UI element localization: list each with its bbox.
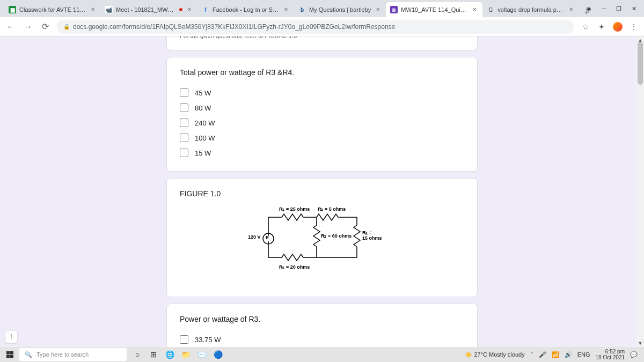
forward-button[interactable]: → (23, 21, 33, 32)
figure-title: FIGURE 1.0 (180, 189, 464, 198)
browser-tab[interactable]: b My Questions | bartleby × (294, 2, 386, 17)
edge-icon[interactable]: 🌐 (163, 348, 176, 361)
question-hint: For the given questions, refer to FIGURE… (180, 36, 464, 39)
language-indicator[interactable]: ENG (577, 351, 590, 358)
lock-icon: 🔒 (63, 24, 70, 29)
screencast-icon[interactable]: ◉ (585, 5, 592, 12)
tab-title: voltage drop formula parallel cir (497, 6, 564, 13)
tab-title: MW10_AVTE 114_Quiz No. 2-1_S (401, 6, 467, 13)
checkbox-option[interactable]: 80 W (180, 100, 464, 115)
circuit-diagram: 120 V E R₁ = 25 ohms R₃ = 5 ohms R₂ = 60… (252, 206, 392, 282)
maximize-icon[interactable]: ❐ (615, 5, 623, 12)
url-input[interactable]: 🔒 docs.google.com/forms/d/e/1FAIpQLSeM35… (57, 20, 574, 34)
classroom-icon: ▦ (9, 6, 16, 13)
r3-label: R₃ = 5 ohms (318, 206, 346, 212)
reload-button[interactable]: ⟳ (40, 21, 50, 32)
windows-taskbar: 🔍 Type here to search ○ ⊞ 🌐 📁 ✉️ 🔵 ☀️ 27… (0, 347, 644, 362)
windows-logo-icon (6, 351, 13, 358)
tab-title: My Questions | bartleby (309, 6, 371, 13)
question-card: Total power or wattage of R3 &R4. 45 W 8… (166, 57, 478, 172)
notifications-icon[interactable]: 💬 (630, 351, 638, 358)
close-icon[interactable]: × (282, 6, 290, 13)
r2-label: R₂ = 60 ohms (321, 233, 352, 239)
checkbox-option[interactable]: 240 W (180, 115, 464, 130)
browser-tab[interactable]: f Facebook - Log In or Sign Up × (197, 2, 294, 17)
menu-icon[interactable]: ⋮ (629, 22, 639, 32)
checkbox-option[interactable]: 33.75 W (180, 332, 464, 347)
mail-icon[interactable]: ✉️ (195, 348, 208, 361)
checkbox-input[interactable] (180, 88, 188, 97)
meet-icon: 📹 (105, 6, 113, 13)
tab-title: Facebook - Log In or Sign Up (213, 6, 279, 13)
checkbox-option[interactable]: 100 W (180, 130, 464, 145)
google-icon: G (487, 6, 494, 13)
tab-title: Classwork for AVTE 114 - 4C (SY (19, 6, 86, 13)
browser-tab-strip: ▦ Classwork for AVTE 114 - 4C (SY × 📹 Me… (0, 0, 644, 17)
browser-tab-active[interactable]: ▦ MW10_AVTE 114_Quiz No. 2-1_S × (386, 2, 482, 17)
minimize-icon[interactable]: ─ (600, 5, 608, 12)
close-icon[interactable]: × (567, 6, 575, 13)
taskbar-search-input[interactable]: 🔍 Type here to search (19, 348, 127, 361)
r5-label: R₅ = 20 ohms (279, 264, 310, 270)
close-icon[interactable]: × (186, 6, 193, 13)
figure-card: FIGURE 1.0 (166, 178, 478, 297)
address-bar: ← → ⟳ 🔒 docs.google.com/forms/d/e/1FAIpQ… (0, 17, 644, 36)
question-title: Total power or wattage of R3 &R4. (180, 68, 464, 77)
bartleby-icon: b (298, 6, 306, 13)
checkbox-option[interactable]: 15 W (180, 145, 464, 160)
chrome-icon[interactable]: 🔵 (211, 348, 224, 361)
vertical-scrollbar[interactable]: ▲ ▼ (636, 36, 644, 347)
r4-label-b: 15 ohms (362, 235, 382, 241)
weather-widget[interactable]: ☀️ 27°C Mostly cloudy (465, 351, 524, 358)
search-placeholder: Type here to search (36, 351, 89, 358)
microphone-icon[interactable]: 🎤 (539, 351, 546, 358)
scroll-thumb[interactable] (638, 42, 643, 85)
question-title: Power or wattage of R3. (180, 315, 464, 323)
r4-label-a: R₄ = (362, 230, 372, 235)
page-viewport: For the given questions, refer to FIGURE… (0, 36, 644, 347)
close-window-icon[interactable]: ✕ (630, 5, 638, 12)
url-text: docs.google.com/forms/d/e/1FAIpQLSeM356Y… (73, 23, 395, 31)
source-label: 120 V (248, 234, 261, 240)
r1-label: R₁ = 25 ohms (279, 206, 310, 212)
wifi-icon[interactable]: 📶 (552, 351, 559, 358)
start-button[interactable] (2, 347, 17, 362)
volume-icon[interactable]: 🔊 (565, 351, 572, 358)
checkbox-input[interactable] (180, 134, 188, 142)
checkbox-input[interactable] (180, 335, 188, 344)
checkbox-input[interactable] (180, 149, 188, 157)
system-tray: ☀️ 27°C Mostly cloudy ˄ 🎤 📶 🔊 ENG 6:52 p… (465, 349, 642, 360)
question-card-truncated: For the given questions, refer to FIGURE… (166, 36, 478, 50)
back-button[interactable]: ← (5, 21, 16, 32)
tab-title: Meet - 101821_MW10_AVTE (116, 6, 176, 13)
bookmark-icon[interactable]: ☆ (581, 22, 590, 32)
extensions-icon[interactable]: ✦ (597, 22, 606, 32)
report-problem-button[interactable]: ! (5, 331, 17, 343)
browser-tab[interactable]: ▦ Classwork for AVTE 114 - 4C (SY × (4, 2, 101, 17)
close-icon[interactable]: × (471, 6, 478, 13)
window-controls: ◉ ─ ❐ ✕ (579, 0, 644, 17)
taskbar-pinned-apps: ○ ⊞ 🌐 📁 ✉️ 🔵 (131, 348, 224, 361)
forms-icon: ▦ (390, 6, 398, 13)
source-symbol-label: E (266, 235, 269, 240)
close-icon[interactable]: × (374, 6, 382, 13)
search-icon: 🔍 (25, 351, 32, 358)
checkbox-input[interactable] (180, 104, 188, 112)
scroll-down-icon[interactable]: ▼ (636, 339, 644, 347)
checkbox-option[interactable]: 45 W (180, 85, 464, 100)
checkbox-input[interactable] (180, 119, 188, 127)
facebook-icon: f (202, 6, 209, 13)
recording-indicator-icon (179, 8, 182, 11)
tray-expand-icon[interactable]: ˄ (530, 351, 533, 358)
browser-tab[interactable]: 📹 Meet - 101821_MW10_AVTE × (101, 2, 197, 17)
task-view-icon[interactable]: ⊞ (147, 348, 160, 361)
close-icon[interactable]: × (89, 6, 97, 13)
cortana-icon[interactable]: ○ (131, 348, 144, 361)
browser-tab[interactable]: G voltage drop formula parallel cir × (482, 2, 579, 17)
clock[interactable]: 6:52 pm 18 Oct 2021 (596, 349, 625, 360)
file-explorer-icon[interactable]: 📁 (179, 348, 192, 361)
profile-avatar[interactable] (613, 22, 623, 32)
question-card: Power or wattage of R3. 33.75 W 100 W 45… (166, 304, 478, 347)
